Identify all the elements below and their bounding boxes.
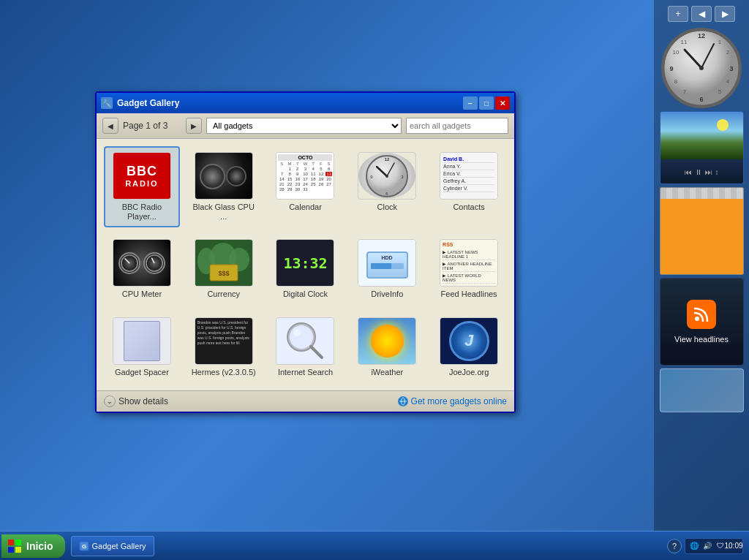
svg-text:1: 1: [718, 39, 722, 45]
gadget-item-calendar[interactable]: OCTO S M T W T F S 1 2: [268, 146, 344, 227]
gadget-thumb-driveinfo: HDD: [358, 239, 416, 287]
gadget-thumb-black-glass-cpu: [195, 152, 253, 200]
gadget-name-iweather: iWeather: [371, 368, 403, 377]
page-indicator: Page 1 of 3: [123, 121, 181, 131]
svg-rect-50: [8, 547, 14, 553]
svg-text:$$$: $$$: [218, 270, 229, 277]
gadget-thumb-clock: 12 3 6 9: [358, 152, 416, 200]
gadget-item-cpu-meter[interactable]: CPU Meter: [104, 233, 180, 305]
gadget-item-bbc-radio[interactable]: BBC RADIO BBC Radio Player...: [104, 146, 180, 227]
taskbar-system-icons: 🌐 🔊 🛡 10:09: [685, 538, 743, 554]
expand-icon: ⌄: [104, 396, 116, 407]
hermes-text: Brandon was U.S. president for U.S. pres…: [197, 320, 250, 346]
gadgets-grid: BBC RADIO BBC Radio Player... Black: [104, 146, 507, 383]
search-input[interactable]: [406, 118, 508, 134]
gadget-item-driveinfo[interactable]: HDD DriveInfo: [349, 233, 425, 305]
svg-text:8: 8: [674, 78, 678, 85]
gadget-name-gadget-spacer: Gadget Spacer: [115, 368, 169, 377]
gadget-name-bbc-radio: BBC Radio Player...: [108, 203, 176, 222]
gadget-item-contacts[interactable]: David B. Anna Y. Erica V. Geffrey A. Cyl…: [431, 146, 507, 227]
media-controls: ⏮ ⏸ ⏭ ↕: [660, 159, 743, 184]
media-prev-button[interactable]: ⏮: [685, 168, 692, 176]
svg-text:12: 12: [385, 157, 390, 162]
gadget-item-hermes[interactable]: Brandon was U.S. president for U.S. pres…: [186, 311, 262, 383]
minimize-button[interactable]: −: [463, 97, 478, 110]
svg-text:12: 12: [698, 32, 705, 39]
get-more-gadgets-link[interactable]: Get more gadgets online: [398, 396, 507, 406]
notepad-body: [660, 199, 743, 274]
nav-prev-button[interactable]: ◀: [102, 118, 118, 134]
window-titlebar: 🔧 Gadget Gallery − □ ✕: [97, 93, 514, 113]
window-title-icon: 🔧: [101, 97, 113, 109]
svg-point-44: [293, 329, 301, 336]
gadget-thumb-calendar: OCTO S M T W T F S 1 2: [276, 152, 334, 200]
nav-next-button[interactable]: ▶: [186, 118, 202, 134]
rss-gadget[interactable]: View headlines: [660, 278, 744, 366]
gadget-item-digital-clock[interactable]: 13:32 Digital Clock: [268, 233, 344, 305]
svg-text:G: G: [81, 543, 86, 550]
svg-text:5: 5: [718, 88, 722, 95]
window-footer: ⌄ Show details Get more gadgets online: [97, 390, 514, 412]
help-button[interactable]: ?: [667, 539, 682, 553]
gadget-item-iweather[interactable]: iWeather: [349, 311, 425, 383]
svg-rect-48: [8, 540, 14, 545]
sidebar-nav-right[interactable]: ▶: [715, 6, 735, 22]
close-button[interactable]: ✕: [495, 97, 510, 110]
svg-rect-16: [660, 112, 744, 159]
gadget-name-joejoe: JoeJoe.org: [449, 368, 489, 377]
category-select[interactable]: All gadgets: [206, 118, 402, 134]
gadget-name-hermes: Hermes (v2.3.0.5): [192, 368, 256, 377]
sidebar-add-button[interactable]: +: [668, 6, 688, 22]
gadget-item-clock[interactable]: 12 3 6 9 Clock: [349, 146, 425, 227]
show-details-button[interactable]: ⌄ Show details: [104, 396, 168, 407]
svg-point-17: [717, 119, 729, 131]
rss-label: View headlines: [674, 335, 729, 344]
media-next-button[interactable]: ⏭: [705, 168, 712, 176]
gadget-item-black-glass-cpu[interactable]: Black Glass CPU ...: [186, 146, 262, 227]
window-content: BBC RADIO BBC Radio Player... Black: [97, 139, 514, 390]
window-toolbar: ◀ Page 1 of 3 ▶ All gadgets: [97, 113, 514, 139]
gadget-thumb-feed-headlines: RSS ▶ LATEST NEWS HEADLINE 1 ▶ ANOTHER H…: [440, 239, 498, 287]
media-extra-button[interactable]: ↕: [715, 168, 719, 176]
rss-icon: [687, 300, 716, 329]
media-play-button[interactable]: ⏸: [695, 168, 702, 176]
gadget-thumb-joejoe: J: [440, 317, 498, 365]
gadget-thumb-bbc-radio: BBC RADIO: [113, 152, 171, 200]
svg-text:6: 6: [699, 96, 703, 103]
gadget-gallery-window: 🔧 Gadget Gallery − □ ✕ ◀ Page 1 of 3 ▶ A…: [95, 91, 516, 413]
gadget-name-digital-clock: Digital Clock: [283, 290, 328, 299]
gadget-thumb-gadget-spacer: [113, 317, 171, 365]
gadget-name-clock: Clock: [377, 203, 398, 212]
taskbar-item-icon: G: [79, 541, 89, 551]
gadget-item-internet-search[interactable]: Internet Search: [268, 311, 344, 383]
svg-text:4: 4: [726, 78, 730, 85]
sidebar-panel: + ◀ ▶ 12 3 6 9 1: [654, 0, 749, 531]
gadget-thumb-iweather: [358, 317, 416, 365]
desktop: + ◀ ▶ 12 3 6 9 1: [0, 0, 749, 560]
notepad-spiral: [660, 188, 743, 199]
start-button[interactable]: Inicio: [1, 534, 65, 558]
taskbar-gadget-gallery-item[interactable]: G Gadget Gallery: [71, 536, 154, 556]
svg-line-28: [124, 258, 129, 263]
sidebar-nav-left[interactable]: ◀: [691, 6, 712, 22]
gadget-name-internet-search: Internet Search: [278, 368, 333, 377]
sound-icon: 🔊: [701, 540, 713, 552]
svg-rect-51: [15, 547, 21, 553]
svg-rect-39: [371, 263, 391, 269]
notepad-gadget: [660, 187, 744, 275]
time-display: 10:09: [728, 540, 739, 552]
gadget-thumb-cpu-meter: [113, 239, 171, 287]
sidebar-controls: + ◀ ▶: [668, 6, 735, 22]
svg-text:11: 11: [681, 39, 688, 45]
gadget-item-joejoe[interactable]: J JoeJoe.org: [431, 311, 507, 383]
svg-text:2: 2: [726, 49, 730, 56]
gadget-item-feed-headlines[interactable]: RSS ▶ LATEST NEWS HEADLINE 1 ▶ ANOTHER H…: [431, 233, 507, 305]
maximize-button[interactable]: □: [479, 97, 494, 110]
svg-text:HDD: HDD: [381, 255, 392, 260]
clock-gadget: 12 3 6 9 1 2 4 5 7 8 10 11: [661, 28, 742, 108]
globe-icon: [398, 396, 408, 406]
gadget-item-gadget-spacer[interactable]: Gadget Spacer: [104, 311, 180, 383]
svg-text:7: 7: [683, 88, 687, 95]
svg-text:10: 10: [673, 49, 680, 56]
gadget-item-currency[interactable]: $$$ Currency: [186, 233, 262, 305]
